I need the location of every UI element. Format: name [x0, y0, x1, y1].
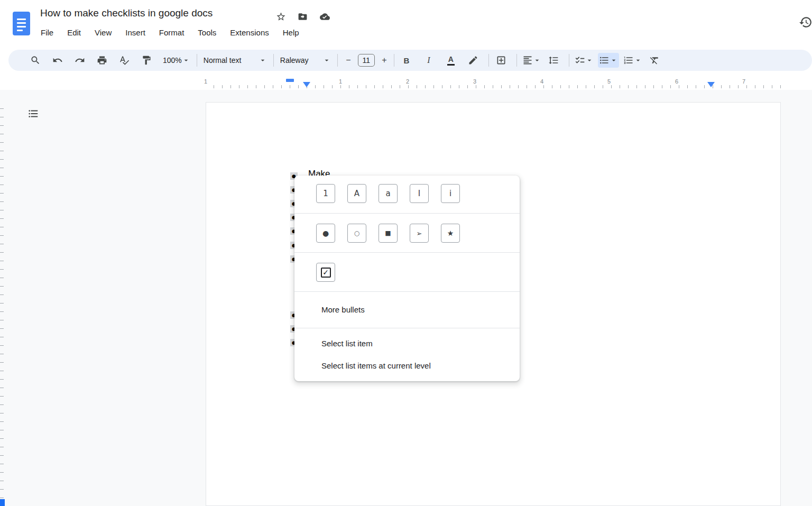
- line-spacing-button[interactable]: [546, 53, 561, 68]
- more-bullets-menu-item[interactable]: More bullets: [294, 297, 520, 322]
- insert-comment-button[interactable]: [493, 53, 509, 68]
- text-color-button[interactable]: A: [443, 53, 459, 68]
- bullet-arrow-option[interactable]: ➢: [410, 224, 429, 243]
- checkbox-icon: ✓: [321, 268, 331, 278]
- logo-line: [17, 26, 26, 27]
- search-icon: [30, 55, 41, 66]
- toolbar-separator: [394, 54, 394, 67]
- list-style-upper-alpha-option[interactable]: A: [347, 184, 366, 203]
- right-indent-marker[interactable]: [707, 82, 715, 87]
- cloud-status-icon[interactable]: [318, 10, 331, 23]
- undo-icon: [52, 55, 63, 66]
- undo-button[interactable]: [50, 53, 66, 68]
- menu-format[interactable]: Format: [152, 25, 191, 40]
- ruler-ticks: [206, 85, 781, 88]
- menu-file[interactable]: File: [34, 25, 60, 40]
- left-indent-marker[interactable]: [303, 82, 310, 87]
- list-options-popup: 1 A a I i ● ○ ■ ➢ ★ ✓ More bullets Selec…: [294, 176, 520, 381]
- add-box-icon: [496, 55, 506, 66]
- version-history-icon[interactable]: [799, 15, 812, 29]
- logo-line: [17, 22, 26, 24]
- document-title[interactable]: How to make checklists in google docs: [40, 7, 213, 19]
- numbered-list-select[interactable]: [622, 53, 643, 68]
- paragraph-style-select[interactable]: Normal text: [201, 53, 269, 68]
- menu-help[interactable]: Help: [276, 25, 306, 40]
- bullet-checkbox-option[interactable]: ✓: [316, 263, 335, 282]
- toolbar-separator: [516, 54, 517, 67]
- menu-edit[interactable]: Edit: [60, 25, 88, 40]
- ruler-number: 1: [204, 78, 207, 85]
- bottom-left-blue-fragment: [0, 499, 5, 506]
- bullet-star-option[interactable]: ★: [441, 224, 460, 243]
- increase-font-size-button[interactable]: +: [378, 53, 391, 68]
- zoom-value: 100%: [163, 56, 182, 65]
- menu-bar: File Edit View Insert Format Tools Exten…: [34, 25, 306, 40]
- checklist-icon: [575, 55, 585, 66]
- first-line-indent-marker[interactable]: [286, 79, 294, 82]
- paint-format-button[interactable]: [139, 53, 154, 68]
- toolbar-separator: [488, 54, 489, 67]
- italic-button[interactable]: I: [421, 53, 437, 68]
- decrease-font-size-button[interactable]: −: [342, 53, 355, 68]
- document-outline-icon: [27, 108, 39, 119]
- align-left-icon: [522, 55, 533, 66]
- chevron-down-icon: [259, 56, 267, 65]
- ruler-number: 5: [607, 78, 611, 85]
- google-docs-logo[interactable]: [13, 12, 30, 35]
- move-folder-icon[interactable]: [296, 10, 309, 23]
- chevron-down-icon: [182, 56, 190, 65]
- font-size-input[interactable]: 11: [358, 54, 375, 67]
- search-button[interactable]: [27, 53, 43, 68]
- clear-formatting-button[interactable]: [647, 53, 662, 68]
- text-color-icon: A: [447, 56, 455, 66]
- ruler-number: 6: [675, 78, 678, 85]
- spell-check-button[interactable]: [116, 53, 132, 68]
- star-icon[interactable]: [274, 10, 287, 23]
- print-button[interactable]: [94, 53, 110, 68]
- logo-line: [17, 30, 23, 31]
- bullet-square-option[interactable]: ■: [379, 224, 398, 243]
- clear-formatting-icon: [649, 55, 660, 66]
- numbered-list-icon: [623, 55, 634, 66]
- highlight-color-button[interactable]: [465, 53, 481, 68]
- select-list-item-menu-item[interactable]: Select list item: [294, 332, 520, 354]
- menu-view[interactable]: View: [88, 25, 118, 40]
- bulleted-list-select[interactable]: [598, 53, 619, 68]
- list-style-lower-alpha-option[interactable]: a: [379, 184, 398, 203]
- toolbar-separator: [197, 54, 197, 67]
- list-style-lower-roman-option[interactable]: i: [441, 184, 460, 203]
- checklist-select[interactable]: [574, 53, 595, 68]
- app-header: How to make checklists in google docs Fi…: [0, 0, 812, 50]
- bullet-disc-option[interactable]: ●: [316, 224, 335, 243]
- spell-check-icon: [119, 55, 130, 66]
- italic-icon: I: [427, 56, 430, 65]
- logo-line: [17, 19, 26, 20]
- zoom-select[interactable]: 100%: [161, 53, 192, 68]
- ruler-number: 1: [339, 78, 342, 85]
- list-style-decimal-option[interactable]: 1: [316, 184, 335, 203]
- popup-divider: [294, 291, 520, 292]
- menu-tools[interactable]: Tools: [191, 25, 223, 40]
- menu-insert[interactable]: Insert: [118, 25, 152, 40]
- toolbar-separator: [337, 54, 338, 67]
- bold-icon: B: [403, 56, 409, 65]
- print-icon: [97, 55, 107, 66]
- chevron-down-icon: [322, 56, 331, 65]
- toolbar-separator: [273, 54, 274, 67]
- ruler-number: 7: [742, 78, 745, 85]
- select-list-items-current-level-menu-item[interactable]: Select list items at current level: [294, 354, 520, 376]
- font-select[interactable]: Raleway: [278, 53, 333, 68]
- popup-divider: [294, 213, 520, 214]
- menu-extensions[interactable]: Extensions: [223, 25, 275, 40]
- horizontal-ruler: 1 1 2 3 4 5 6 7: [0, 76, 812, 90]
- show-outline-button[interactable]: [25, 106, 41, 122]
- bold-button[interactable]: B: [399, 53, 414, 68]
- ruler-number: 4: [540, 78, 543, 85]
- align-select[interactable]: [521, 53, 542, 68]
- ruler-number: 3: [473, 78, 476, 85]
- ruler-ticks: [0, 100, 4, 502]
- redo-button[interactable]: [72, 53, 88, 68]
- redo-icon: [75, 55, 85, 66]
- bullet-circle-option[interactable]: ○: [347, 224, 366, 243]
- list-style-upper-roman-option[interactable]: I: [410, 184, 429, 203]
